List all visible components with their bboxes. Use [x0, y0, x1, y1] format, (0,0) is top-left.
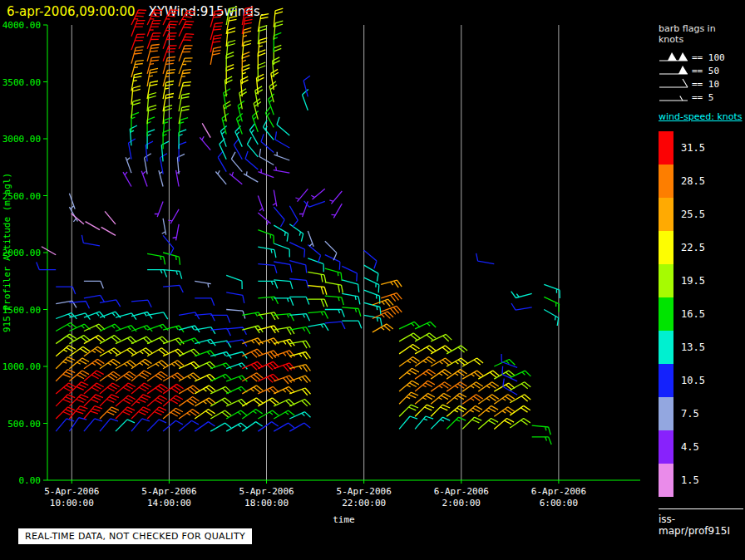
wind-barb: [84, 295, 105, 302]
wind-barb: [325, 322, 345, 329]
wind-barb: [56, 383, 76, 394]
wind-barb: [69, 207, 77, 222]
wind-barb: [131, 61, 144, 77]
wind-barb: [274, 21, 283, 40]
wind-barb: [342, 307, 361, 317]
colorbar-swatch: [659, 364, 673, 397]
wind-barb: [431, 334, 451, 341]
wind-barb: [129, 139, 136, 160]
wind-barb: [81, 235, 100, 246]
barb-legend-label: == 5: [692, 92, 714, 103]
wind-barb: [147, 57, 160, 74]
wind-barb: [162, 219, 166, 235]
wind-barb: [210, 47, 221, 65]
colorbar-swatch: [659, 131, 673, 165]
wind-barb: [258, 230, 274, 244]
wind-barb: [273, 190, 277, 207]
colorbar-value-label: 4.5: [681, 441, 699, 453]
wind-barb: [56, 287, 76, 294]
wind-barb: [84, 395, 103, 406]
wind-barb: [147, 45, 160, 61]
wind-barb: [332, 204, 343, 218]
wind-barb: [329, 191, 342, 204]
colorbar-value-label: 31.5: [681, 142, 705, 154]
wind-barb: [147, 420, 166, 431]
colorbar-swatch: [659, 231, 673, 264]
wind-barb: [277, 117, 289, 135]
wind-barb: [179, 34, 194, 49]
wind-barb: [100, 407, 119, 419]
wind-barb: [163, 285, 183, 292]
x-tick-time-label: 14:00:00: [147, 498, 191, 508]
wind-barb: [215, 170, 226, 184]
colorbar-swatch: [659, 198, 673, 231]
wind-barb: [131, 395, 150, 406]
wind-barb: [116, 313, 136, 320]
wind-barb: [131, 112, 139, 132]
x-tick-time-label: 2:00:00: [442, 498, 481, 508]
wind-barb: [131, 419, 150, 431]
wind-barb: [202, 123, 210, 137]
wind-barb: [84, 371, 104, 381]
x-axis-title: time: [333, 514, 355, 525]
wind-barb: [116, 383, 136, 394]
barb-legend-title: barb flags in knots: [659, 23, 743, 45]
x-tick-date-label: 5-Apr-2006: [337, 486, 392, 497]
wind-barb: [364, 315, 382, 326]
wind-barb: [100, 300, 121, 307]
wind-barb: [210, 10, 223, 27]
y-tick-label: 3500.00: [2, 77, 41, 88]
colorbar-row: 7.5: [659, 397, 743, 430]
colorbar-swatch: [659, 430, 673, 464]
wind-barb: [308, 272, 326, 282]
wind-barb: [274, 280, 293, 289]
wind-barb: [264, 120, 274, 140]
colorbar-value-label: 13.5: [681, 341, 705, 353]
wind-barb: [179, 11, 195, 25]
wind-barb: [131, 407, 150, 419]
colorbar-value-label: 28.5: [681, 175, 705, 187]
wind-barb: [289, 224, 303, 242]
barb-legend-item: == 50: [659, 64, 743, 77]
wind-barb: [37, 263, 56, 270]
wind-barb: [234, 139, 242, 160]
wind-barb: [342, 293, 360, 304]
colorbar-row: 28.5: [659, 165, 743, 198]
wind-barb: [163, 118, 172, 137]
wind-barb: [364, 278, 379, 292]
wind-barb: [244, 171, 258, 182]
wind-barb: [56, 323, 76, 332]
wind-barb: [147, 130, 155, 150]
wind-barb: [415, 405, 434, 416]
wind-barb: [274, 152, 290, 160]
wind-barb: [141, 171, 147, 187]
wind-barb: [179, 397, 199, 406]
wind-barb: [179, 94, 190, 112]
wind-barb: [72, 214, 84, 224]
x-tick-time-label: 18:00:00: [244, 498, 289, 508]
wind-barb: [510, 395, 530, 403]
wind-barb: [431, 417, 450, 429]
axes: 0.00500.001000.001500.002000.002500.0030…: [2, 20, 640, 508]
wind-barb: [179, 70, 191, 86]
wind-barb: [226, 310, 245, 319]
wind-barb: [84, 281, 104, 288]
wind-barb: [308, 299, 328, 307]
wind-barb: [147, 106, 156, 125]
colorbar-value-label: 22.5: [681, 242, 705, 253]
wind-barb: [100, 419, 118, 431]
wind-barb: [342, 280, 358, 292]
wind-barb: [179, 326, 200, 332]
half-barb-5-icon: [659, 91, 688, 103]
wind-barb: [210, 22, 223, 39]
wind-barb: [532, 437, 552, 445]
wind-barb: [274, 376, 294, 384]
wind-barb: [259, 169, 274, 177]
wind-barb: [289, 206, 298, 227]
barb-legend-label: == 50: [692, 66, 719, 76]
wind-barb: [532, 425, 551, 435]
wind-barb: [258, 196, 264, 212]
barb-legend-label: == 10: [692, 79, 719, 90]
wind-barb: [69, 302, 89, 309]
colorbar-swatch: [659, 331, 673, 364]
